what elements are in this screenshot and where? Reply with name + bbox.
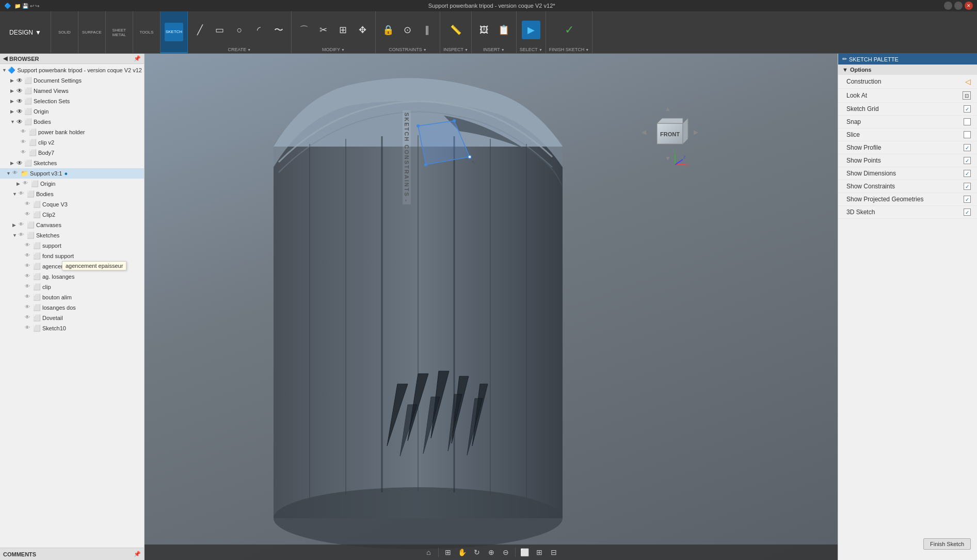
tools-tab-button[interactable]: TOOLS [137,23,156,42]
spline-button[interactable]: 〜 [269,21,288,39]
tree-item-selection-sets[interactable]: ▶ 👁 ⬜ Selection Sets [0,96,144,106]
tree-root-item[interactable]: ▼ 🔷 Support powerbank tripod - version c… [0,65,144,75]
comments-pin-icon[interactable]: 📌 [134,551,141,557]
tree-item-dovetail[interactable]: 👁 ⬜ Dovetail [0,313,144,323]
tree-item-bouton-alim[interactable]: 👁 ⬜ bouton alim [0,292,144,302]
sketch-grid-row[interactable]: Sketch Grid [838,103,977,116]
tree-item-clip2[interactable]: 👁 ⬜ Clip2 [0,210,144,220]
finish-sketch-check-icon: ✓ [565,24,574,36]
construction-row[interactable]: Construction ◁ [838,75,977,89]
show-dimensions-row[interactable]: Show Dimensions [838,167,977,180]
finish-sketch-button[interactable]: Finish Sketch [923,538,971,550]
tree-item-named-views[interactable]: ▶ 👁 ⬜ Named Views [0,86,144,96]
fit-view-button[interactable]: ⊞ [442,546,454,558]
tree-item-sketches-top[interactable]: ▶ 👁 ⬜ Sketches [0,158,144,168]
home-view-button[interactable]: ⌂ [423,546,435,558]
display-settings-button[interactable]: ⬜ [519,546,531,558]
zoom-out-button[interactable]: ⊖ [500,546,512,558]
tree-item-losanges-dos[interactable]: 👁 ⬜ losanges dos [0,302,144,313]
sketch-tab-button[interactable]: SKETCH [165,23,183,41]
tree-item-clip-sketch[interactable]: 👁 ⬜ clip [0,282,144,292]
surface-tab-button[interactable]: SURFACE [83,23,101,42]
solid-tab-button[interactable]: SOLID [55,23,74,42]
sheet-metal-tab-button[interactable]: SHEET METAL [110,23,129,42]
options-header[interactable]: ▼ Options [838,65,977,75]
look-at-row[interactable]: Look At ⊡ [838,89,977,103]
tree-item-canvases[interactable]: ▶ 👁 ⬜ Canvases [0,220,144,230]
tree-item-sketches-nested[interactable]: ▼ 👁 ⬜ Sketches [0,230,144,241]
show-points-row[interactable]: Show Points [838,154,977,167]
finish-sketch-group-label[interactable]: FINISH SKETCH ▼ [549,47,589,52]
tree-item-origin[interactable]: ▶ 👁 ⬜ Origin [0,106,144,117]
tree-item-origin-nested[interactable]: ▶ 👁 ⬜ Origin [0,179,144,189]
tree-item-body7[interactable]: 👁 ⬜ Body7 [0,148,144,158]
viewcube[interactable]: FRONT ▲ ▶ ◀ ▼ X Y Z [649,113,691,154]
show-projected-geometries-checkbox[interactable] [964,196,971,203]
slice-row[interactable]: Slice [838,129,977,141]
modify-group-label[interactable]: MODIFY ▼ [322,47,345,52]
window-close-button[interactable]: ✕ [965,2,973,10]
browser-collapse-icon[interactable]: ◀ [3,55,7,62]
constraint-fix-button[interactable]: 🔒 [379,21,397,39]
select-group-label[interactable]: SELECT ▼ [520,47,542,52]
circle-button[interactable]: ○ [230,21,249,39]
constraints-group-label[interactable]: CONSTRAINTS ▼ [389,47,426,52]
show-profile-checkbox[interactable] [964,144,971,151]
select-button[interactable]: ▶ [522,21,540,39]
insert-image-button[interactable]: 🖼 [475,21,493,39]
tree-item-document-settings[interactable]: ▶ 👁 ⬜ Document Settings [0,75,144,86]
arc-button[interactable]: ◜ [250,21,268,39]
constraint-coincident-button[interactable]: ⊙ [398,21,417,39]
show-profile-row[interactable]: Show Profile [838,141,977,154]
window-minimize-button[interactable]: – [944,2,952,10]
viewport[interactable]: ↖ SKETCH CONSTRAINTS - FRONT ▲ ▶ ◀ ▼ [145,54,838,560]
tree-item-agencement[interactable]: 👁 ⬜ agencement epaisseur agencement epai… [0,261,144,271]
line-button[interactable]: ╱ [191,21,210,39]
show-projected-geometries-row[interactable]: Show Projected Geometries [838,193,977,206]
tree-item-bodies-nested[interactable]: ▼ 👁 ⬜ Bodies [0,189,144,199]
tree-item-bodies-top[interactable]: ▼ 👁 ⬜ Bodies [0,117,144,127]
inspect-button[interactable]: 📏 [446,21,465,39]
snap-row[interactable]: Snap [838,116,977,129]
tree-item-support-sketch[interactable]: 👁 ⬜ support [0,241,144,251]
view-orientation-button[interactable]: ⊟ [548,546,560,558]
pan-button[interactable]: ✋ [456,546,469,558]
tree-item-power-bank-holder[interactable]: 👁 ⬜ power bank holder [0,127,144,137]
show-constraints-row[interactable]: Show Constraints [838,180,977,193]
insert-dxf-button[interactable]: 📋 [494,21,513,39]
design-dropdown-button[interactable]: DESIGN ▼ [4,27,46,38]
orbit-button[interactable]: ↻ [471,546,483,558]
viewcube-right-arrow[interactable]: ▶ [694,129,698,136]
finish-sketch-toolbar-button[interactable]: ✓ [554,21,585,39]
offset-button[interactable]: ⊞ [334,21,353,39]
tree-item-coque-v3[interactable]: 👁 ⬜ Coque V3 [0,199,144,210]
viewcube-top-arrow[interactable]: ▲ [665,105,671,113]
tree-item-sketch10[interactable]: 👁 ⬜ Sketch10 [0,323,144,333]
create-group-label[interactable]: CREATE ▼ [228,47,251,52]
origin-nested-arrow-icon: ▶ [17,181,23,186]
grid-settings-button[interactable]: ⊞ [533,546,546,558]
show-constraints-checkbox[interactable] [964,183,971,190]
zoom-in-button[interactable]: ⊕ [485,546,498,558]
tree-item-ag-losanges[interactable]: 👁 ⬜ ag. losanges [0,271,144,282]
trim-button[interactable]: ✂ [314,21,333,39]
3d-sketch-row[interactable]: 3D Sketch [838,206,977,219]
inspect-group-label[interactable]: INSPECT ▼ [443,47,468,52]
show-dimensions-checkbox[interactable] [964,170,971,177]
browser-pin-icon[interactable]: 📌 [134,55,141,62]
snap-checkbox[interactable] [964,118,971,125]
tree-item-clip-v2[interactable]: 👁 ⬜ clip v2 [0,137,144,148]
move-button[interactable]: ✥ [354,21,372,39]
tree-item-fond-support[interactable]: 👁 ⬜ fond support [0,251,144,261]
3d-sketch-checkbox[interactable] [964,209,971,216]
insert-group-label[interactable]: INSERT ▼ [483,47,505,52]
rectangle-button[interactable]: ▭ [211,21,229,39]
sketch-grid-checkbox[interactable] [964,105,971,113]
constraint-parallel-button[interactable]: ∥ [418,21,437,39]
viewcube-left-arrow[interactable]: ◀ [642,129,646,136]
tree-item-support-v3[interactable]: ▼ 👁 📁 Support v3:1 ● [0,168,144,179]
window-maximize-button[interactable]: □ [954,2,963,10]
fillet-button[interactable]: ⌒ [295,21,313,39]
slice-checkbox[interactable] [964,131,971,138]
show-points-checkbox[interactable] [964,157,971,164]
